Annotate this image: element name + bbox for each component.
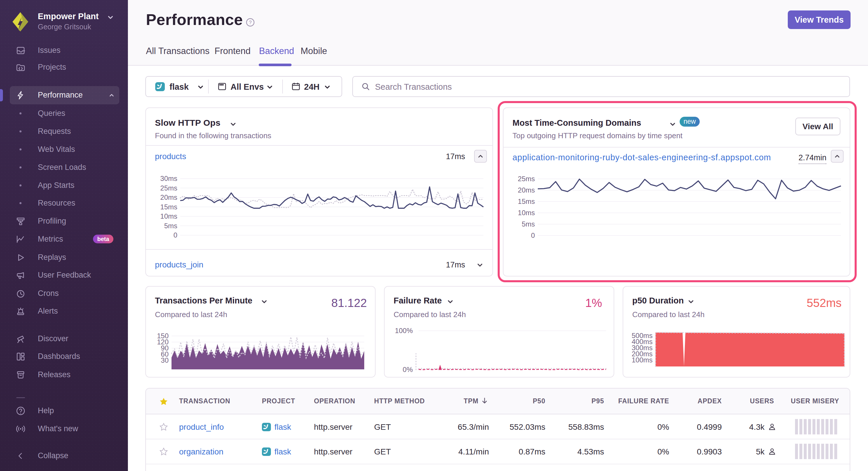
svg-text:20ms: 20ms bbox=[518, 186, 535, 194]
svg-text:0: 0 bbox=[174, 231, 177, 239]
svg-text:0: 0 bbox=[531, 231, 535, 239]
svg-text:25ms: 25ms bbox=[160, 184, 177, 192]
svg-text:5ms: 5ms bbox=[164, 222, 177, 230]
svg-text:10ms: 10ms bbox=[518, 209, 535, 216]
svg-text:15ms: 15ms bbox=[160, 203, 177, 211]
svg-text:30: 30 bbox=[161, 356, 168, 364]
svg-text:15ms: 15ms bbox=[518, 198, 535, 205]
svg-text:100%: 100% bbox=[395, 327, 413, 335]
svg-text:0%: 0% bbox=[403, 366, 413, 373]
svg-text:100ms: 100ms bbox=[632, 356, 653, 364]
svg-text:30ms: 30ms bbox=[160, 174, 177, 182]
svg-text:25ms: 25ms bbox=[518, 175, 535, 183]
svg-text:10ms: 10ms bbox=[160, 212, 177, 220]
svg-text:?: ? bbox=[249, 20, 251, 25]
svg-text:5ms: 5ms bbox=[522, 220, 535, 228]
svg-text:20ms: 20ms bbox=[160, 193, 177, 201]
